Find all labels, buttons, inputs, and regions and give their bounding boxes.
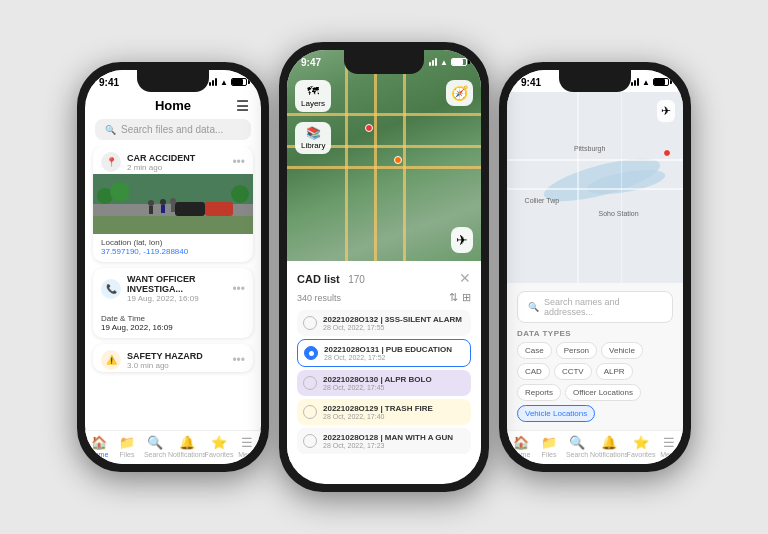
chip-cad[interactable]: CAD xyxy=(517,363,550,380)
svg-rect-4 xyxy=(205,202,233,216)
wifi-left: ▲ xyxy=(220,78,228,87)
cad-item-5[interactable]: 20221028O128 | MAN WITH A GUN 28 Oct, 20… xyxy=(297,428,471,454)
cad-title: CAD list xyxy=(297,273,340,285)
location-coords: 37.597190, -119.288840 xyxy=(101,247,245,256)
phones-container: 9:41 ▲ Home ☰ xyxy=(0,0,768,534)
card-time-3: 3.0 min ago xyxy=(127,361,226,370)
cad-item-2[interactable]: 20221028O131 | PUB EDUCATION 28 Oct, 202… xyxy=(297,339,471,367)
radio-4[interactable] xyxy=(303,405,317,419)
battery-right xyxy=(653,78,669,86)
nav-home-label: Home xyxy=(90,451,109,458)
nav-notif-right[interactable]: 🔔 Notifications xyxy=(591,435,627,458)
home-header: Home ☰ xyxy=(85,92,261,117)
radio-3[interactable] xyxy=(303,376,317,390)
cad-item-1[interactable]: 20221028O132 | 3SS-SILENT ALARM 28 Oct, … xyxy=(297,310,471,336)
location-label: Location (lat, lon) xyxy=(101,238,245,247)
svg-rect-8 xyxy=(149,206,153,214)
signal-right xyxy=(631,78,639,86)
search-placeholder-left: Search files and data... xyxy=(121,124,223,135)
road-r3 xyxy=(577,92,579,283)
search-bar-right[interactable]: 🔍 Search names and addresses... xyxy=(517,291,673,323)
signal-left xyxy=(209,78,217,86)
nav-search-label-right: Search xyxy=(566,451,588,458)
road-r1 xyxy=(507,159,683,161)
nav-notif-label-right: Notifications xyxy=(590,451,628,458)
search-bar-left[interactable]: 🔍 Search files and data... xyxy=(95,119,251,140)
card-more-2[interactable]: ••• xyxy=(232,282,245,296)
nav-home-right[interactable]: 🏠 Home xyxy=(507,435,535,458)
nav-files-label: Files xyxy=(120,451,135,458)
navigate-button[interactable]: ✈ xyxy=(451,227,473,253)
battery-center xyxy=(451,58,467,66)
chip-person[interactable]: Person xyxy=(556,342,597,359)
card-location: Location (lat, lon) 37.597190, -119.2888… xyxy=(93,234,253,262)
cad-time-2: 28 Oct, 2022, 17:52 xyxy=(324,354,464,361)
radio-2[interactable] xyxy=(304,346,318,360)
road-h3 xyxy=(287,113,481,116)
card-date-block: Date & Time 19 Aug, 2022, 16:09 xyxy=(93,305,253,338)
filter-icon[interactable]: ⇅ xyxy=(449,291,458,304)
card-icon-2: 📞 xyxy=(101,279,121,299)
cad-id-2: 20221028O131 | PUB EDUCATION xyxy=(324,345,464,354)
cad-panel: CAD list 170 ✕ 340 results ⇅ ⊞ xyxy=(287,261,481,462)
map-center[interactable]: 🗺 Layers 📚 Library 🧭 ✈ xyxy=(287,50,481,261)
cad-close-button[interactable]: ✕ xyxy=(459,270,471,286)
cad-item-3[interactable]: 20221028O130 | ALPR BOLO 28 Oct, 2022, 1… xyxy=(297,370,471,396)
layers-button[interactable]: 🗺 Layers xyxy=(295,80,331,112)
sort-icon[interactable]: ⊞ xyxy=(462,291,471,304)
nav-favorites[interactable]: ⭐ Favorites xyxy=(205,435,233,458)
nav-menu[interactable]: ☰ Menu xyxy=(233,435,261,458)
card-header-2: 📞 WANT OFFICER INVESTIGA... 19 Aug, 2022… xyxy=(93,268,253,305)
chip-reports[interactable]: Reports xyxy=(517,384,561,401)
menu-icon[interactable]: ☰ xyxy=(236,98,249,114)
cad-list: 20221028O132 | 3SS-SILENT ALARM 28 Oct, … xyxy=(297,310,471,454)
nav-fav-right[interactable]: ⭐ Favorites xyxy=(627,435,655,458)
card-more-1[interactable]: ••• xyxy=(232,155,245,169)
map-label-soho: Soho Station xyxy=(599,210,639,217)
navigate-right-button[interactable]: ✈ xyxy=(657,100,675,122)
nav-notifications[interactable]: 🔔 Notifications xyxy=(169,435,205,458)
search-icon-left: 🔍 xyxy=(105,125,116,135)
search-nav-icon: 🔍 xyxy=(147,435,163,450)
nav-files[interactable]: 📁 Files xyxy=(113,435,141,458)
battery-left xyxy=(231,78,247,86)
home-icon-right: 🏠 xyxy=(513,435,529,450)
cad-id-1: 20221028O132 | 3SS-SILENT ALARM xyxy=(323,315,465,324)
nav-files-right[interactable]: 📁 Files xyxy=(535,435,563,458)
bottom-nav-left: 🏠 Home 📁 Files 🔍 Search 🔔 Notifications xyxy=(85,430,261,464)
map-right[interactable]: Pittsburgh Collier Twp Soho Station ✈ xyxy=(507,92,683,283)
nav-search[interactable]: 🔍 Search xyxy=(141,435,169,458)
svg-rect-6 xyxy=(161,205,165,213)
card-time-2: 19 Aug, 2022, 16:09 xyxy=(127,294,226,303)
navigate-icon: ✈ xyxy=(456,232,468,248)
nav-home[interactable]: 🏠 Home xyxy=(85,435,113,458)
chip-officer-locations[interactable]: Officer Locations xyxy=(565,384,641,401)
card-car-accident[interactable]: 📍 CAR ACCIDENT 2 min ago ••• xyxy=(93,146,253,262)
chip-cctv[interactable]: CCTV xyxy=(554,363,592,380)
card-officer[interactable]: 📞 WANT OFFICER INVESTIGA... 19 Aug, 2022… xyxy=(93,268,253,338)
files-icon: 📁 xyxy=(119,435,135,450)
nav-search-right[interactable]: 🔍 Search xyxy=(563,435,591,458)
chip-alpr[interactable]: ALPR xyxy=(596,363,633,380)
status-icons-left: ▲ xyxy=(209,78,247,87)
library-button[interactable]: 📚 Library xyxy=(295,122,331,154)
radio-1[interactable] xyxy=(303,316,317,330)
screen-left: Home ☰ 🔍 Search files and data... 📍 xyxy=(85,92,261,464)
nav-menu-right[interactable]: ☰ Menu xyxy=(655,435,683,458)
chip-vehicle-locations[interactable]: Vehicle Locations xyxy=(517,405,595,422)
cad-item-4[interactable]: 20221028O129 | TRASH FIRE 28 Oct, 2022, … xyxy=(297,399,471,425)
compass-button[interactable]: 🧭 xyxy=(446,80,473,106)
radio-5[interactable] xyxy=(303,434,317,448)
cad-id-3: 20221028O130 | ALPR BOLO xyxy=(323,375,465,384)
nav-files-label-right: Files xyxy=(542,451,557,458)
chip-vehicle[interactable]: Vehicle xyxy=(601,342,643,359)
svg-point-9 xyxy=(170,198,176,204)
cad-id-4: 20221028O129 | TRASH FIRE xyxy=(323,404,465,413)
card-icon-3: ⚠️ xyxy=(101,350,121,370)
map-pin-2 xyxy=(394,156,402,164)
road-r4 xyxy=(621,92,622,283)
status-icons-center: ▲ xyxy=(429,58,467,67)
card-more-3[interactable]: ••• xyxy=(232,353,245,367)
card-safety[interactable]: ⚠️ SAFETY HAZARD 3.0 min ago ••• xyxy=(93,344,253,372)
chip-case[interactable]: Case xyxy=(517,342,552,359)
